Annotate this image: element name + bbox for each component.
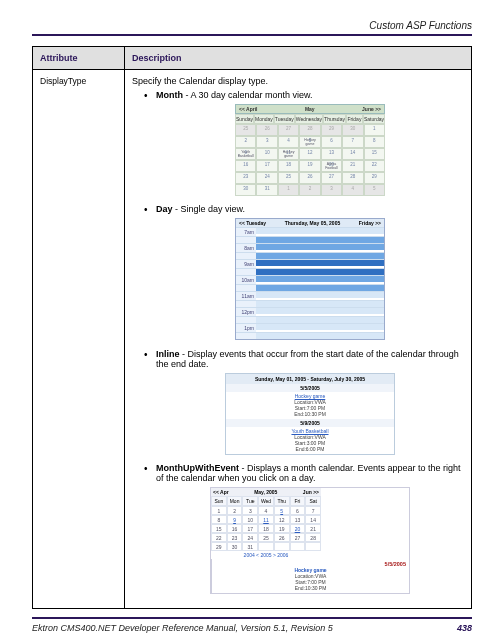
day-row	[236, 284, 384, 291]
calendar-cell: 5Hockey game	[299, 136, 320, 148]
calendar-cell: 22	[364, 160, 385, 172]
day-row	[236, 252, 384, 259]
option-label: Inline	[156, 349, 180, 359]
inline-group: 5/5/2005Hockey gameLocation:VWAStart:7:0…	[226, 384, 394, 419]
dow-cell: Fri	[290, 496, 306, 506]
month-calendar-thumb: << April May June >> SundayMondayTuesday…	[235, 104, 385, 196]
calendar-cell: 1	[278, 184, 299, 196]
time-cell	[236, 300, 256, 307]
calendar-cell: 24	[242, 533, 258, 542]
footer-text: Ektron CMS400.NET Developer Reference Ma…	[32, 623, 333, 633]
calendar-cell: 22	[211, 533, 227, 542]
calendar-cell: 5	[274, 506, 290, 515]
time-cell: 12pm	[236, 307, 256, 316]
calendar-cell: 31	[242, 542, 258, 551]
dow-cell: Mon	[227, 496, 243, 506]
inline-range: Sunday, May 01, 2005 - Saturday, July 30…	[226, 374, 394, 384]
time-slot	[256, 332, 384, 339]
day-row	[236, 236, 384, 243]
calendar-cell: 7	[305, 506, 321, 515]
day-row: 9am	[236, 259, 384, 268]
time-slot	[256, 275, 384, 282]
calendar-cell	[305, 542, 321, 551]
calendar-cell: 26	[256, 124, 277, 136]
option-desc: - A 30 day calendar month view.	[183, 90, 313, 100]
calendar-cell: 12	[274, 515, 290, 524]
page-footer: Ektron CMS400.NET Developer Reference Ma…	[32, 623, 472, 633]
calendar-cell: 28	[305, 533, 321, 542]
time-slot	[256, 316, 384, 323]
time-cell: 10am	[236, 275, 256, 284]
footer-rule	[32, 617, 472, 619]
calendar-cell: 9	[227, 515, 243, 524]
day-calendar-thumb: << Tuesday Thursday, May 05, 2005 Friday…	[235, 218, 385, 340]
calendar-cell	[290, 542, 306, 551]
time-cell	[236, 316, 256, 323]
calendar-cell: 11Hockey game	[278, 148, 299, 160]
calendar-cell: 1	[364, 124, 385, 136]
calendar-cell: 30	[227, 542, 243, 551]
time-cell	[236, 236, 256, 243]
calendar-cell: 21	[342, 160, 363, 172]
mue-years: 2004 < 2005 > 2006	[211, 551, 321, 559]
calendar-cell: 25	[258, 533, 274, 542]
calendar-cell: 19	[274, 524, 290, 533]
time-slot	[256, 243, 384, 250]
calendar-cell: 6	[321, 136, 342, 148]
time-slot	[256, 307, 384, 314]
day-row	[236, 316, 384, 323]
calendar-cell: 26	[299, 172, 320, 184]
day-row: 1pm	[236, 323, 384, 332]
calendar-cell: 18	[258, 524, 274, 533]
calendar-cell: 1	[211, 506, 227, 515]
calendar-cell: 11	[258, 515, 274, 524]
nav-next: Friday >>	[359, 220, 381, 226]
option-label: Day	[156, 204, 173, 214]
calendar-cell: 15	[211, 524, 227, 533]
mue-title: May, 2005	[254, 489, 277, 495]
attribute-table: Attribute Description DisplayType Specif…	[32, 46, 472, 609]
calendar-cell: 14	[342, 148, 363, 160]
calendar-cell	[274, 542, 290, 551]
day-row: 10am	[236, 275, 384, 284]
dow-cell: Sunday	[235, 114, 254, 124]
calendar-cell: 12	[299, 148, 320, 160]
time-slot	[256, 284, 384, 291]
time-slot	[256, 300, 384, 307]
calendar-cell: 27	[278, 124, 299, 136]
time-cell	[236, 268, 256, 275]
time-slot	[256, 227, 384, 234]
calendar-cell: 3	[256, 136, 277, 148]
calendar-cell: 3	[242, 506, 258, 515]
calendar-cell: 14	[305, 515, 321, 524]
calendar-cell: 23	[235, 172, 256, 184]
calendar-cell: 4	[278, 136, 299, 148]
option-desc: - Display events that occur from the sta…	[156, 349, 459, 369]
page-number: 438	[457, 623, 472, 633]
option-label: Month	[156, 90, 183, 100]
day-row: 8am	[236, 243, 384, 252]
dow-cell: Wednesday	[295, 114, 323, 124]
event-end: End:10:30 PM	[215, 585, 406, 591]
calendar-cell: 29	[321, 124, 342, 136]
calendar-cell: 13	[321, 148, 342, 160]
inline-date: 5/9/2005	[226, 419, 394, 427]
time-slot	[256, 252, 384, 259]
calendar-cell: 7	[342, 136, 363, 148]
inline-date: 5/5/2005	[226, 384, 394, 392]
option-monthupwithevent: MonthUpWithEvent - Displays a month cale…	[144, 463, 464, 594]
calendar-cell: 19	[299, 160, 320, 172]
section-title: Custom ASP Functions	[32, 20, 472, 31]
calendar-cell: 5	[364, 184, 385, 196]
calendar-cell: 28	[342, 172, 363, 184]
calendar-cell: 18	[278, 160, 299, 172]
header-rule	[32, 34, 472, 36]
time-cell	[236, 332, 256, 339]
dow-cell: Thu	[274, 496, 290, 506]
day-row: 7am	[236, 227, 384, 236]
col-attribute: Attribute	[33, 47, 125, 70]
time-cell: 8am	[236, 243, 256, 252]
calendar-cell: 20	[290, 524, 306, 533]
option-desc: - Single day view.	[173, 204, 246, 214]
calendar-cell: 3	[321, 184, 342, 196]
